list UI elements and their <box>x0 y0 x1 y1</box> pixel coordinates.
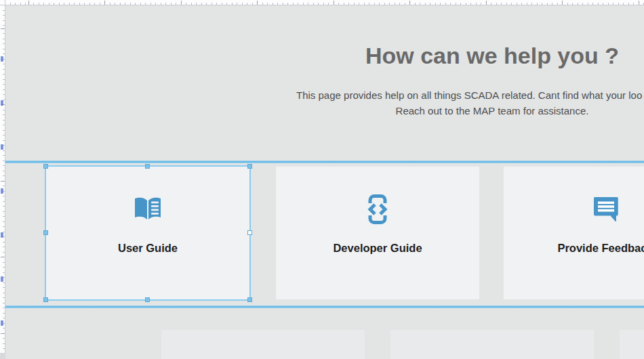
card-label: Provide Feedback <box>504 240 644 256</box>
partial-card[interactable] <box>390 330 594 359</box>
card-user-guide[interactable]: User Guide <box>46 167 249 299</box>
resize-handle-right[interactable] <box>247 230 252 235</box>
selection-outline <box>45 165 251 301</box>
ruler-number-mark <box>1 100 3 106</box>
ruler-number-mark <box>1 56 3 62</box>
row-divider-bottom <box>5 305 644 308</box>
ruler-number-mark <box>1 188 3 194</box>
row-divider-top <box>5 161 644 163</box>
ruler-number-mark <box>1 232 3 238</box>
resize-handle-top-left[interactable] <box>43 164 48 169</box>
resize-handle-left[interactable] <box>43 230 48 235</box>
resize-handle-bottom-right[interactable] <box>247 297 252 302</box>
card-label: Developer Guide <box>276 240 479 256</box>
ruler-corner <box>0 0 5 5</box>
partial-card[interactable] <box>620 330 644 359</box>
card-developer-guide[interactable]: Developer Guide <box>276 167 479 299</box>
partial-card[interactable] <box>161 330 365 359</box>
ruler-number-mark <box>1 144 3 150</box>
resize-handle-top-right[interactable] <box>247 164 252 169</box>
design-canvas[interactable]: How can we help you ? This page provides… <box>5 5 644 359</box>
feedback-bubble-icon <box>504 195 644 224</box>
ruler-end-cap <box>0 353 5 359</box>
help-page: How can we help you ? This page provides… <box>5 5 644 359</box>
page-subtext-line2[interactable]: Reach out to the MAP team for assistance… <box>396 104 589 118</box>
resize-handle-bottom-left[interactable] <box>43 297 48 302</box>
vertical-ruler <box>0 5 5 359</box>
horizontal-ruler <box>5 0 644 5</box>
page-heading[interactable]: How can we help you ? <box>365 42 619 69</box>
resize-handle-top[interactable] <box>145 164 150 169</box>
mobile-code-icon <box>276 195 479 224</box>
card-provide-feedback[interactable]: Provide Feedback <box>504 167 644 299</box>
page-subtext-line1[interactable]: This page provides help on all things SC… <box>296 89 642 102</box>
resize-handle-bottom[interactable] <box>145 297 150 302</box>
ruler-number-mark <box>1 276 3 282</box>
ruler-number-mark <box>1 320 3 326</box>
